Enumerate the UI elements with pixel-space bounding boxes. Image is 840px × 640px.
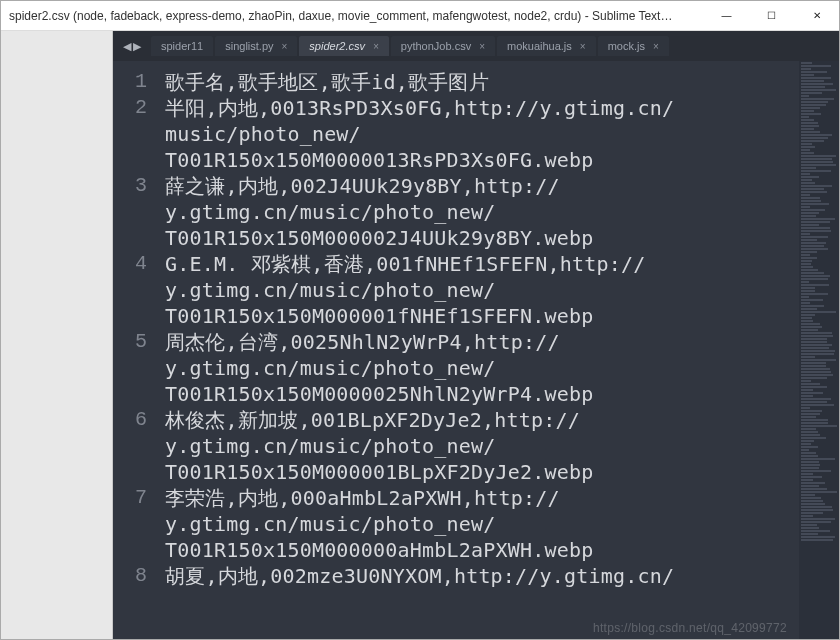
minimap-line — [801, 362, 826, 364]
tab-mock-js[interactable]: mock.js× — [598, 36, 669, 56]
minimap-line — [801, 398, 831, 400]
minimap-line — [801, 428, 816, 430]
editor-area[interactable]: 12345678 歌手名,歌手地区,歌手id,歌手图片半阳,内地,0013RsP… — [113, 61, 839, 639]
minimap-line — [801, 371, 831, 373]
title-bar[interactable]: spider2.csv (node, fadeback, express-dem… — [1, 1, 839, 31]
close-button[interactable]: ✕ — [794, 1, 839, 30]
tab-spider2-csv[interactable]: spider2.csv× — [299, 36, 388, 56]
minimap-line — [801, 299, 823, 301]
code-line[interactable]: 周杰伦,台湾,0025NhlN2yWrP4,http:// — [165, 329, 799, 355]
code-content[interactable]: 歌手名,歌手地区,歌手id,歌手图片半阳,内地,0013RsPD3Xs0FG,h… — [161, 61, 799, 639]
sidebar-panel[interactable] — [1, 31, 113, 639]
minimap-line — [801, 224, 819, 226]
minimap-line — [801, 347, 829, 349]
minimap-line — [801, 80, 824, 82]
tab-singlist-py[interactable]: singlist.py× — [215, 36, 297, 56]
close-icon[interactable]: × — [580, 41, 586, 52]
tab-label: pythonJob.csv — [401, 40, 471, 52]
minimap-line — [801, 494, 815, 496]
tab-pythonjob-csv[interactable]: pythonJob.csv× — [391, 36, 495, 56]
tab-spider11[interactable]: spider11 — [151, 36, 213, 56]
code-line[interactable]: T001R150x150M000001fNHEf1SFEFN.webp — [165, 303, 799, 329]
code-line[interactable]: T001R150x150M0000013RsPD3Xs0FG.webp — [165, 147, 799, 173]
minimap-line — [801, 95, 809, 97]
minimap-line — [801, 479, 813, 481]
minimap-line — [801, 539, 833, 541]
minimap-line — [801, 383, 820, 385]
minimap-line — [801, 65, 831, 67]
code-line[interactable]: G.E.M. 邓紫棋,香港,001fNHEf1SFEFN,http:// — [165, 251, 799, 277]
code-line[interactable]: 歌手名,歌手地区,歌手id,歌手图片 — [165, 69, 799, 95]
close-icon[interactable]: × — [479, 41, 485, 52]
code-line[interactable]: 胡夏,内地,002mze3U0NYXOM,http://y.gtimg.cn/ — [165, 563, 799, 589]
code-line[interactable]: 薛之谦,内地,002J4UUk29y8BY,http:// — [165, 173, 799, 199]
minimap-line — [801, 377, 827, 379]
minimize-button[interactable]: — — [704, 1, 749, 30]
tab-prev-icon[interactable]: ◀ — [123, 40, 131, 53]
window-title: spider2.csv (node, fadeback, express-dem… — [9, 9, 704, 23]
minimap-line — [801, 533, 818, 535]
minimap-line — [801, 515, 813, 517]
minimap-line — [801, 524, 817, 526]
code-line[interactable]: T001R150x150M000002J4UUk29y8BY.webp — [165, 225, 799, 251]
line-number-gutter: 12345678 — [113, 61, 161, 639]
minimap-line — [801, 62, 812, 64]
minimap-line — [801, 257, 817, 259]
minimap-line — [801, 113, 821, 115]
minimap-line — [801, 311, 836, 313]
minimap-line — [801, 368, 830, 370]
code-line[interactable]: T001R150x150M000001BLpXF2DyJe2.webp — [165, 459, 799, 485]
code-line[interactable]: 林俊杰,新加坡,001BLpXF2DyJe2,http:// — [165, 407, 799, 433]
line-number: 7 — [119, 485, 147, 511]
minimap-line — [801, 281, 809, 283]
minimap-line — [801, 242, 826, 244]
code-line[interactable]: y.gtimg.cn/music/photo_new/ — [165, 277, 799, 303]
code-line[interactable]: music/photo_new/ — [165, 121, 799, 147]
minimap-line — [801, 116, 809, 118]
minimap-line — [801, 212, 819, 214]
code-line[interactable]: T001R150x150M000000aHmbL2aPXWH.webp — [165, 537, 799, 563]
tab-next-icon[interactable]: ▶ — [133, 40, 141, 53]
minimap-line — [801, 353, 834, 355]
maximize-button[interactable]: ☐ — [749, 1, 794, 30]
tab-label: singlist.py — [225, 40, 273, 52]
minimap-line — [801, 512, 823, 514]
code-line[interactable]: y.gtimg.cn/music/photo_new/ — [165, 511, 799, 537]
minimap-line — [801, 218, 835, 220]
minimap-line — [801, 500, 823, 502]
minimap-line — [801, 338, 827, 340]
close-icon[interactable]: × — [282, 41, 288, 52]
close-icon[interactable]: × — [373, 41, 379, 52]
minimap-line — [801, 407, 810, 409]
minimap-line — [801, 269, 818, 271]
code-line[interactable]: y.gtimg.cn/music/photo_new/ — [165, 433, 799, 459]
minimap-line — [801, 317, 812, 319]
code-line[interactable]: y.gtimg.cn/music/photo_new/ — [165, 199, 799, 225]
minimap-line — [801, 404, 834, 406]
minimap-line — [801, 356, 815, 358]
line-number: 4 — [119, 251, 147, 277]
code-line[interactable]: T001R150x150M0000025NhlN2yWrP4.webp — [165, 381, 799, 407]
minimap-line — [801, 287, 815, 289]
minimap[interactable] — [799, 61, 839, 639]
code-line[interactable]: 李荣浩,内地,000aHmbL2aPXWH,http:// — [165, 485, 799, 511]
close-icon[interactable]: × — [653, 41, 659, 52]
tab-nav-arrows: ◀ ▶ — [119, 40, 151, 53]
line-number: 5 — [119, 329, 147, 355]
window-controls: — ☐ ✕ — [704, 1, 839, 30]
minimap-line — [801, 326, 822, 328]
minimap-line — [801, 536, 835, 538]
minimap-line — [801, 332, 832, 334]
minimap-line — [801, 425, 837, 427]
minimap-line — [801, 137, 828, 139]
minimap-line — [801, 329, 818, 331]
minimap-line — [801, 107, 820, 109]
code-line[interactable]: 半阳,内地,0013RsPD3Xs0FG,http://y.gtimg.cn/ — [165, 95, 799, 121]
minimap-line — [801, 227, 830, 229]
minimap-line — [801, 179, 812, 181]
minimap-line — [801, 86, 825, 88]
tab-mokuaihua-js[interactable]: mokuaihua.js× — [497, 36, 596, 56]
minimap-line — [801, 92, 822, 94]
minimap-line — [801, 176, 819, 178]
code-line[interactable]: y.gtimg.cn/music/photo_new/ — [165, 355, 799, 381]
